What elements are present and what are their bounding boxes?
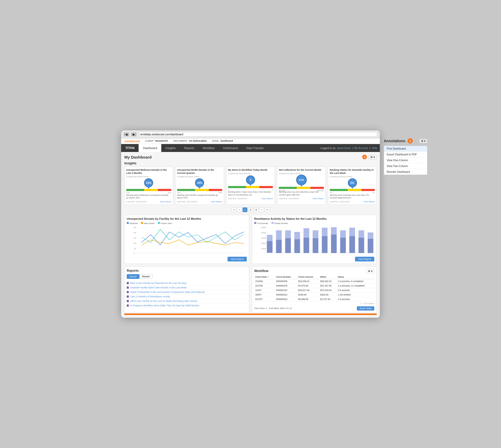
insight-card-2: Unexpected BCBS Denials in the Current Q…	[175, 167, 224, 204]
line-chart-container: 50 40 30 20 10 0	[127, 226, 247, 255]
svg-rect-41	[294, 239, 300, 253]
insight-card-2-gauge: 10% 25%30%	[177, 179, 222, 194]
orange-bottom-bar	[124, 313, 377, 315]
wf-amount-4: $108.48	[297, 292, 319, 297]
username-link[interactable]: aaron.hood	[337, 147, 351, 150]
svg-text:10: 10	[134, 247, 136, 250]
svg-rect-55	[358, 238, 364, 253]
pagination-page-1[interactable]: 1	[243, 207, 247, 212]
insight-card-2-value: 10%	[195, 178, 204, 187]
insight-card-5-footer: Last Run: 12/31/2012 View Report	[330, 201, 375, 203]
page-info: PAGE: Dashboard	[212, 140, 233, 143]
pagination-first[interactable]: «	[231, 207, 236, 212]
report-item-4[interactable]: Last 13 Months of Remittance Activity	[127, 294, 247, 299]
wf-status-1: 1 in process, 9 completed	[337, 279, 374, 283]
bar-chart-view-report[interactable]: View Report	[355, 257, 374, 261]
report-item-5[interactable]: wRVU per Facility for the Last 52 Week (…	[127, 299, 247, 303]
report-item-2[interactable]: Eastside Facility E&M Code Denials in th…	[127, 285, 247, 290]
svg-rect-40	[285, 230, 291, 238]
insight-card-1-view-report[interactable]: View Report	[160, 201, 171, 203]
insight-card-1-last-run: Last Run: 01/14/2013	[126, 201, 146, 203]
insight-card-4-view-report[interactable]: View Report	[313, 197, 324, 200]
wf-status-5: 1 in process	[337, 297, 374, 301]
insight-card-3-value: 6	[246, 175, 255, 184]
svg-rect-49	[331, 235, 337, 253]
line-chart-svg: 50 40 30 20 10 0	[127, 226, 247, 255]
report-item-1[interactable]: Blue Cross Denials by Physician for the …	[127, 281, 247, 285]
main-content: My Dashboard 1 ⚙ ▾ Insights Unexpected M…	[121, 152, 380, 317]
insight-card-1-footer: Last Run: 01/14/2013 View Report	[126, 201, 171, 203]
legend-eastside: Eastside	[127, 222, 138, 225]
annotations-title: Annotations 1 ⚙ ▾	[384, 138, 427, 144]
insight-card-5-view-report[interactable]: View Report	[363, 201, 375, 203]
insight-card-3-footer: Last Run: 1/04/2013 View Report	[228, 197, 273, 200]
report-item-3[interactable]: Payer Productivity in the Last Quarter C…	[127, 290, 247, 294]
pagination-last[interactable]: »	[265, 207, 270, 212]
anno-item-print[interactable]: Print Dashboard	[384, 146, 427, 152]
insight-card-5: Booking Statics for Eastside Facility in…	[328, 167, 377, 204]
anno-item-reorder[interactable]: Reorder Dashboard	[384, 169, 427, 175]
pagination-next[interactable]: ›	[259, 207, 264, 212]
wf-date-5: 6/12/07	[254, 297, 275, 301]
svg-rect-47	[322, 236, 328, 253]
wf-date-4: 3/9/07	[254, 292, 275, 297]
nav-tab-workflow[interactable]: Workflow	[198, 144, 219, 152]
insights-section-title: Insights	[124, 161, 377, 165]
header-actions: 1 ⚙ ▾	[362, 155, 377, 159]
workflow-table: Check Date ▼ Check Number Check Amount B…	[254, 275, 374, 302]
browser-window: ◀ ▶ solutionset CLIENT: RemitDATA DOCUME…	[121, 130, 380, 317]
bottom-row: Reports Saved Recent Blue Cross Denials …	[124, 266, 377, 313]
reports-tab-recent[interactable]: Recent	[139, 274, 153, 279]
wf-billed-1: $46,362.23	[319, 279, 337, 283]
wf-number-5: 500000910	[275, 297, 297, 301]
nav-tab-ondemand[interactable]: OnDemand	[219, 144, 242, 152]
nav-tab-insights[interactable]: Insights	[161, 144, 180, 152]
anno-item-two-column[interactable]: View Two-Column	[384, 163, 427, 169]
nav-tab-datatransfer[interactable]: Data Transfer	[242, 144, 268, 152]
help-link[interactable]: Help	[372, 147, 377, 150]
reports-tab-saved[interactable]: Saved	[127, 274, 139, 279]
annotations-gear-button[interactable]: ⚙ ▾	[419, 139, 427, 143]
insight-card-2-bar-labels: 25%30%	[177, 192, 222, 194]
legend-partial-denials: Partial Denials	[271, 222, 288, 225]
forward-button[interactable]: ▶	[131, 132, 136, 136]
insight-card-5-last-run: Last Run: 12/31/2012	[330, 201, 350, 203]
nav-right: Logged in as aaron.hood | My Account | H…	[320, 144, 380, 152]
insight-card-2-view-report[interactable]: View Report	[211, 201, 222, 203]
anno-item-one-column[interactable]: View One-Column	[384, 158, 427, 163]
line-chart-view-report[interactable]: View Report	[228, 257, 247, 261]
back-button[interactable]: ◀	[124, 132, 129, 136]
line-chart-title: Unexpected Denials by Facility for the L…	[127, 217, 247, 220]
logo: solutionset	[124, 140, 140, 143]
sort-arrow-date: ▼	[267, 276, 269, 278]
wf-footer: Total Tasks: 5 Total Billed: $282,737.16…	[254, 306, 374, 311]
nav-tab-reports[interactable]: Reports	[180, 144, 198, 152]
nav-tab-titan[interactable]: TITAN	[121, 144, 139, 152]
pagination-page-3[interactable]: 3	[254, 207, 258, 212]
address-bar[interactable]	[139, 132, 377, 137]
workflow-gear-button[interactable]: ⚙ ▾	[366, 269, 374, 273]
insight-card-4-footer: Last Run: 01/10/2013 View Report	[279, 197, 324, 200]
nav-tab-dashboard[interactable]: Dashboard	[139, 144, 161, 152]
table-row: 3/9/07 500000422 $108.48 $320.00 1 not w…	[254, 292, 374, 297]
report-item-6[interactable]: In Progress Workflow Items Older Than 30…	[127, 303, 247, 308]
dashboard-gear-button[interactable]: ⚙ ▾	[368, 155, 377, 159]
insight-card-3-last-run: Last Run: 1/04/2013	[228, 197, 247, 200]
svg-rect-42	[294, 232, 300, 239]
legend-mainstreet: Main Street	[141, 222, 155, 225]
work-tasks-button[interactable]: Work Tasks	[357, 306, 374, 311]
report-icon-5	[127, 300, 129, 302]
insight-card-3-view-report[interactable]: View Report	[262, 197, 273, 200]
insight-card-3-bar-labels: 25	[228, 189, 273, 191]
my-account-link[interactable]: My Account	[354, 147, 368, 150]
insights-row: Unexpected Medicare Denials in the Last …	[124, 167, 377, 204]
logged-in-text: Logged in as	[320, 147, 335, 150]
document-info: DOCUMENT: UX Deliverables	[173, 140, 207, 143]
pagination-page-2[interactable]: 2	[248, 207, 253, 212]
anno-item-export[interactable]: Export Dashboard to PDF	[384, 152, 427, 158]
svg-rect-39	[285, 238, 291, 253]
insight-card-2-last-run: Last Run: 12/17/2012	[177, 201, 197, 203]
svg-rect-37	[276, 240, 282, 253]
pagination-prev[interactable]: ‹	[237, 207, 242, 212]
wf-number-4: 500000422	[275, 292, 297, 297]
